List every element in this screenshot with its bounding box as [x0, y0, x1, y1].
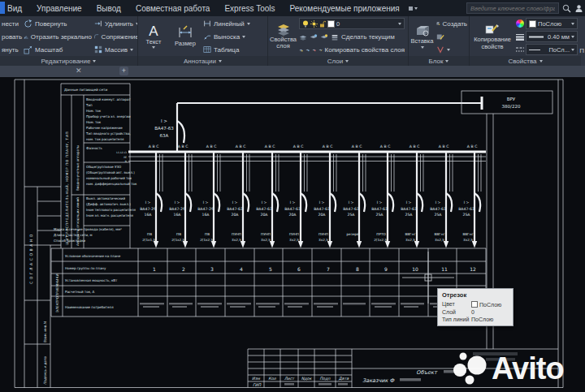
- main-breaker-label: ВА47-63: [154, 126, 174, 131]
- spec-row-label: Общегрупповое УЗО: [86, 165, 121, 169]
- panel-label-edit[interactable]: Редактирование: [0, 56, 137, 66]
- spec-row-label: номинальный рабочий ток: [86, 176, 132, 180]
- spec-row-label: Ном. ток: [86, 109, 102, 113]
- lineweight-dropdown[interactable]: 0.40 мм: [526, 31, 578, 42]
- svg-text:ВА47-29: ВА47-29: [140, 207, 156, 211]
- sign-in-person-icon[interactable]: [574, 4, 583, 13]
- mirror-button[interactable]: Отразить зеркально: [24, 31, 92, 42]
- svg-text:2(1х1,5): 2(1х1,5): [142, 238, 157, 242]
- feeder-group: АВС I > ВА47-63 25А резерв 8: [343, 144, 366, 272]
- app-logo-icon: [0, 2, 5, 14]
- ribbon-options-button[interactable]: [409, 6, 418, 11]
- svg-text:АВС: АВС: [265, 144, 276, 149]
- menu-output[interactable]: Вывод: [89, 4, 128, 13]
- feeder-group: АВС I > ВА47-63 25А ПРТО 2(1х2,5) 9: [371, 144, 394, 272]
- podp-label: Подпись и дата: [43, 356, 47, 385]
- panel-label-block[interactable]: Блок: [409, 56, 469, 66]
- svg-text:ВВГнг: ВВГнг: [462, 232, 473, 236]
- color-wheel-icon: [516, 19, 524, 28]
- svg-text:ПВ: ПВ: [205, 232, 210, 236]
- unlock-icon: [319, 20, 326, 28]
- feeder-group: АВС I > ВА47-29 16А ПВ 2(1х2,5) 2: [169, 144, 192, 272]
- svg-text:ВА47-29: ВА47-29: [169, 207, 185, 211]
- spec-row-label: Iном эл. магн. расцепителя: [86, 213, 133, 218]
- svg-text:9: 9: [384, 266, 388, 272]
- match-properties-button[interactable]: Копирование свойств: [471, 17, 514, 56]
- scale-button[interactable]: Масштаб: [24, 44, 92, 55]
- svg-text:11: 11: [441, 266, 448, 272]
- menu-manage[interactable]: Управление: [29, 4, 89, 13]
- ribbon: нести ровать януть Повернуть Отразить зе…: [0, 16, 585, 66]
- array-button[interactable]: Массив: [94, 44, 137, 55]
- create-block-button[interactable]: Создать: [436, 18, 467, 29]
- clipped-panel-label: П: [579, 47, 584, 54]
- svg-text:20А: 20А: [318, 213, 327, 217]
- layer-dropdown[interactable]: 0: [299, 18, 405, 29]
- bus-label: L1,L2,L3: [116, 151, 127, 154]
- drawing-canvas[interactable]: СОГЛАСОВАНО Взам. инв.N Подпись и дата Д…: [0, 77, 585, 392]
- search-input[interactable]: [466, 2, 559, 14]
- rotate-button[interactable]: Повернуть: [24, 18, 92, 29]
- panel-properties: Копирование свойств ПоСлою: [470, 16, 581, 66]
- panel-label-properties[interactable]: Свойства: [470, 56, 581, 66]
- rollover-tooltip: Отрезок Цвет ПоСлою Слой 0 Тип линий ПоС…: [437, 288, 514, 326]
- menu-bar: Вид Управление Вывод Совместная работа E…: [0, 0, 585, 16]
- stretch-button[interactable]: януть: [2, 44, 21, 55]
- svg-text:ПВ: ПВ: [176, 232, 181, 236]
- close-tab-icon[interactable]: ✕: [76, 67, 82, 75]
- panel-edit: нести ровать януть Повернуть Отразить зе…: [0, 16, 138, 66]
- make-current-button[interactable]: Сделать текущим: [299, 31, 405, 42]
- vzam-label: Взам. инв.N: [43, 321, 47, 342]
- layer-color-swatch: [327, 20, 335, 28]
- avito-logo-icon: [452, 348, 489, 389]
- leader-button[interactable]: Выноска: [203, 31, 262, 42]
- avito-watermark: Avito: [452, 348, 564, 389]
- insert-block-button[interactable]: Вставка: [410, 17, 434, 56]
- panel-block: Вставка Создать Блок: [409, 16, 470, 66]
- svg-text:16А: 16А: [202, 213, 210, 217]
- layer-stack-icon: [331, 33, 339, 41]
- table-button[interactable]: Таблица: [203, 44, 262, 55]
- svg-text:I >: I >: [145, 200, 151, 205]
- extend-button[interactable]: Удлинить: [94, 18, 137, 29]
- spec-row-label: Тип: [85, 103, 93, 107]
- svg-text:ПУНП: ПУНП: [289, 232, 299, 236]
- svg-text:1: 1: [153, 266, 156, 272]
- layer-properties-button[interactable]: Свойства слоя: [270, 17, 297, 56]
- layers-icon: [277, 24, 290, 36]
- linetype-dropdown[interactable]: ПоСл...: [526, 44, 578, 55]
- menu-express-tools[interactable]: Express Tools: [217, 4, 282, 13]
- spec-row-label: Прибор учета эл. энергии: [86, 114, 131, 118]
- spec-row-label: ном. ток расцепителя: [86, 137, 124, 141]
- dimension-button[interactable]: Размер: [170, 17, 201, 56]
- copy-layer-props-button[interactable]: Копировать свойства слоя: [299, 44, 405, 55]
- linear-dim-button[interactable]: Линейный: [203, 18, 262, 29]
- receiver-row-label: Установленная мощность, кВт: [65, 278, 118, 282]
- linetype-icon: [516, 46, 524, 54]
- tb-col-header: Дата: [339, 377, 349, 381]
- text-button[interactable]: А Текст: [140, 17, 167, 56]
- color-swatch: [529, 20, 536, 28]
- svg-text:АВС: АВС: [206, 144, 218, 149]
- tb-col-header: Подп: [320, 377, 332, 381]
- move-button[interactable]: нести: [2, 18, 21, 29]
- object-color-dropdown[interactable]: ПоСлою: [526, 18, 578, 29]
- copy-button[interactable]: ровать: [2, 31, 21, 42]
- svg-text:ВА47-63: ВА47-63: [284, 207, 301, 211]
- new-tab-icon[interactable]: +: [119, 67, 128, 75]
- array-icon: [94, 45, 102, 54]
- menu-collaborate[interactable]: Совместная работа: [128, 4, 218, 13]
- fillet-button[interactable]: Сопряжение: [94, 31, 137, 42]
- svg-text:ВА47-63: ВА47-63: [256, 207, 272, 211]
- panel-label-layers[interactable]: Слои: [268, 56, 408, 66]
- svg-text:ВА47-63: ВА47-63: [430, 207, 446, 211]
- tb-col-header: Кол: [268, 377, 276, 381]
- avito-text: Avito: [492, 351, 564, 386]
- edit-block-button[interactable]: [436, 31, 467, 42]
- spec-row-label: Выкл. автоматический: [86, 196, 125, 200]
- menu-featured-apps[interactable]: Рекомендуемые приложения: [283, 4, 407, 13]
- panel-label-annotate[interactable]: Аннотации: [138, 56, 267, 66]
- search-icon[interactable]: [562, 4, 571, 13]
- receiver-row-label: Номер группы по плану: [65, 266, 106, 270]
- block-attributes-button[interactable]: [436, 44, 467, 55]
